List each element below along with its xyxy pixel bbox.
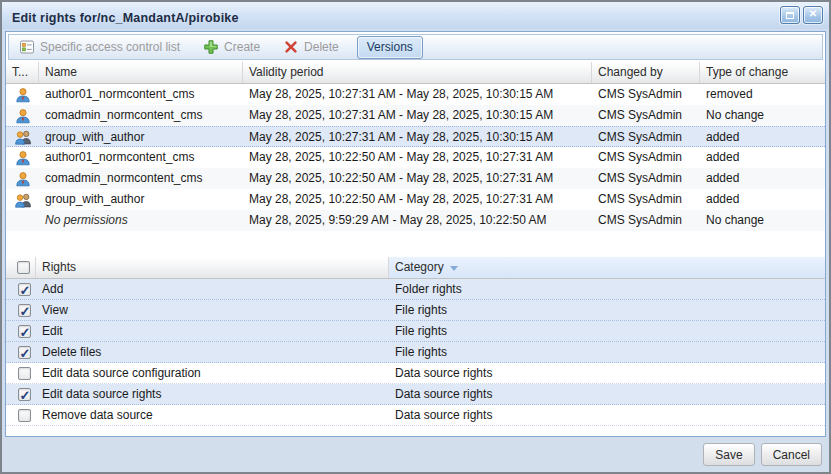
right-checkbox-cell [6,321,36,341]
rights-grid-header: Rights Category [6,257,825,279]
versions-table-row[interactable]: author01_normcontent_cmsMay 28, 2025, 10… [6,147,825,168]
specific-acl-label: Specific access control list [40,40,180,54]
red-x-icon [283,39,299,55]
right-checkbox-cell [6,405,36,425]
row-validity: May 28, 2025, 10:22:50 AM - May 28, 2025… [243,147,592,168]
versions-table-row[interactable]: group_with_authorMay 28, 2025, 10:27:31 … [6,126,825,147]
versions-grid: T... Name Validity period Changed by Typ… [6,62,825,231]
right-label: Add [36,279,389,299]
versions-label: Versions [367,40,413,54]
versions-table-row[interactable]: comadmin_normcontent_cmsMay 28, 2025, 10… [6,168,825,189]
versions-table-row[interactable]: comadmin_normcontent_cmsMay 28, 2025, 10… [6,105,825,126]
specific-acl-button[interactable]: Specific access control list [14,37,185,57]
footer: Save Cancel [2,437,829,472]
row-changed-by: CMS SysAdmin [592,189,700,210]
versions-table-row[interactable]: No permissionsMay 28, 2025, 9:59:29 AM -… [6,210,825,231]
sort-desc-icon [450,266,458,271]
save-button[interactable]: Save [703,443,754,466]
delete-button[interactable]: Delete [278,37,344,57]
column-header-type-of-change[interactable]: Type of change [700,62,825,83]
row-name: No permissions [39,210,243,231]
row-name: author01_normcontent_cms [39,84,243,105]
row-name: comadmin_normcontent_cms [39,105,243,126]
user-icon [6,147,39,168]
close-button[interactable]: ✕ [803,6,823,24]
versions-button[interactable]: Versions [357,36,423,59]
column-header-validity[interactable]: Validity period [243,62,592,83]
rights-table-row[interactable]: Delete filesFile rights [6,342,825,363]
rights-grid: Rights Category AddFolder rightsViewFile… [6,257,825,426]
column-header-category[interactable]: Category [389,257,825,278]
row-changed-by: CMS SysAdmin [592,147,700,168]
row-changed-by: CMS SysAdmin [592,210,700,231]
row-changed-by: CMS SysAdmin [592,84,700,105]
empty-icon-cell [6,210,39,231]
right-checkbox[interactable] [18,409,31,422]
column-header-name[interactable]: Name [39,62,243,83]
right-checkbox[interactable] [18,388,31,401]
right-checkbox[interactable] [18,325,31,338]
column-header-rights[interactable]: Rights [36,257,389,278]
right-category: Data source rights [389,405,825,425]
row-changed-by: CMS SysAdmin [592,127,700,146]
rights-table-row[interactable]: Remove data sourceData source rights [6,405,825,426]
right-checkbox-cell [6,279,36,299]
rights-table-row[interactable]: EditFile rights [6,321,825,342]
rights-table-row[interactable]: Edit data source rightsData source right… [6,384,825,405]
row-name: comadmin_normcontent_cms [39,168,243,189]
right-category: Folder rights [389,279,825,299]
restore-button[interactable] [780,6,800,24]
row-type-of-change: added [700,127,825,146]
column-header-type[interactable]: T... [6,62,39,83]
versions-table-row[interactable]: group_with_authorMay 28, 2025, 10:22:50 … [6,189,825,210]
right-label: Remove data source [36,405,389,425]
rights-table-row[interactable]: AddFolder rights [6,279,825,300]
row-validity: May 28, 2025, 10:27:31 AM - May 28, 2025… [243,105,592,126]
edit-rights-dialog: Edit rights for/nc_MandantA/pirobike ✕ [0,0,831,474]
right-checkbox-cell [6,342,36,362]
delete-label: Delete [304,40,339,54]
row-type-of-change: added [700,168,825,189]
right-label: Delete files [36,342,389,362]
user-icon [6,84,39,105]
user-icon [6,168,39,189]
right-label: View [36,300,389,320]
titlebar: Edit rights for/nc_MandantA/pirobike ✕ [2,2,829,29]
acl-list-icon [19,39,35,55]
column-header-changed-by[interactable]: Changed by [592,62,700,83]
right-category: File rights [389,300,825,320]
close-icon: ✕ [809,9,817,19]
toolbar: Specific access control list Create [8,34,823,60]
row-type-of-change: removed [700,84,825,105]
select-all-checkbox[interactable] [17,261,30,274]
category-header-label: Category [395,257,444,278]
right-category: Data source rights [389,384,825,404]
right-checkbox-cell [6,363,36,383]
right-checkbox[interactable] [18,283,31,296]
row-type-of-change: No change [700,105,825,126]
right-label: Edit [36,321,389,341]
versions-table-row[interactable]: author01_normcontent_cmsMay 28, 2025, 10… [6,84,825,105]
row-validity: May 28, 2025, 9:59:29 AM - May 28, 2025,… [243,210,592,231]
row-changed-by: CMS SysAdmin [592,105,700,126]
versions-grid-body: author01_normcontent_cmsMay 28, 2025, 10… [6,84,825,231]
row-type-of-change: added [700,147,825,168]
window-controls: ✕ [780,6,823,24]
user-icon [6,105,39,126]
cancel-button[interactable]: Cancel [761,443,822,466]
row-validity: May 28, 2025, 10:27:31 AM - May 28, 2025… [243,127,592,146]
rights-table-row[interactable]: Edit data source configurationData sourc… [6,363,825,384]
right-label: Edit data source rights [36,384,389,404]
rights-table-row[interactable]: ViewFile rights [6,300,825,321]
right-checkbox[interactable] [18,304,31,317]
right-checkbox-cell [6,300,36,320]
create-button[interactable]: Create [198,37,265,57]
restore-icon [786,12,794,19]
right-category: File rights [389,321,825,341]
right-category: Data source rights [389,363,825,383]
row-name: group_with_author [39,189,243,210]
right-label: Edit data source configuration [36,363,389,383]
row-validity: May 28, 2025, 10:27:31 AM - May 28, 2025… [243,84,592,105]
right-checkbox[interactable] [18,346,31,359]
right-checkbox[interactable] [18,367,31,380]
